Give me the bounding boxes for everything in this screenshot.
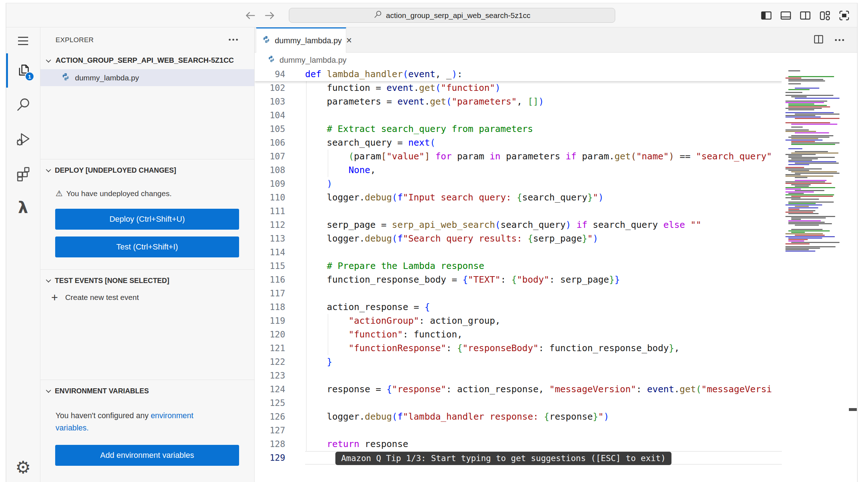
add-env-vars-button[interactable]: Add environment variables bbox=[55, 445, 239, 466]
create-test-event-button[interactable]: + Create new test event bbox=[40, 291, 254, 304]
indent-guide bbox=[306, 287, 307, 300]
code-line-114[interactable]: 114 bbox=[255, 246, 782, 259]
code-line-content bbox=[305, 287, 782, 300]
indent-guide bbox=[306, 191, 307, 204]
toggle-full-screen-icon[interactable] bbox=[838, 10, 850, 21]
code-line-128[interactable]: 128 return response bbox=[255, 437, 782, 451]
minimap-line bbox=[785, 243, 810, 244]
code-line-105[interactable]: 105 # Extract search_query from paramete… bbox=[255, 122, 782, 136]
code-line-125[interactable]: 125 bbox=[255, 396, 782, 410]
code-line-content: response = {"response": action_response,… bbox=[305, 382, 782, 396]
code-line-124[interactable]: 124 response = {"response": action_respo… bbox=[255, 382, 782, 396]
code-line-103[interactable]: 103 parameters = event.get("parameters",… bbox=[255, 95, 782, 109]
minimap-line bbox=[785, 122, 830, 123]
aws-lambda-view-icon[interactable]: λ bbox=[6, 190, 40, 225]
line-number: 110 bbox=[255, 191, 285, 204]
line-number: 106 bbox=[255, 136, 285, 150]
search-view-icon[interactable] bbox=[6, 88, 40, 122]
explorer-more-actions-icon[interactable] bbox=[228, 35, 238, 43]
run-and-debug-view-icon[interactable] bbox=[6, 122, 40, 156]
minimap-line bbox=[788, 193, 804, 194]
minimap-line bbox=[788, 105, 827, 106]
tab-dummy-lambda[interactable]: dummy_lambda.py × bbox=[256, 27, 346, 53]
indent-guide bbox=[328, 328, 328, 341]
test-button[interactable]: Test (Ctrl+Shift+I) bbox=[55, 236, 239, 257]
navigate-forward-icon[interactable] bbox=[264, 9, 276, 22]
file-row-dummy-lambda[interactable]: dummy_lambda.py bbox=[40, 69, 254, 86]
menu-icon[interactable] bbox=[6, 32, 40, 50]
line-number: 115 bbox=[255, 259, 285, 273]
minimap-line bbox=[791, 219, 801, 220]
code-line-122[interactable]: 122 } bbox=[255, 355, 782, 369]
search-value: action_group_serp_api_web_search-5z1cc bbox=[386, 11, 530, 20]
line-number: 117 bbox=[255, 287, 285, 300]
split-editor-icon[interactable] bbox=[813, 34, 824, 46]
explorer-sidebar: EXPLORER ACTION_GROUP_SERP_API_WEB_SEARC… bbox=[40, 27, 255, 482]
overview-ruler[interactable] bbox=[849, 67, 858, 482]
extensions-view-icon[interactable] bbox=[6, 156, 40, 190]
code-line-123[interactable]: 123 bbox=[255, 369, 782, 382]
navigate-back-icon[interactable] bbox=[244, 9, 256, 22]
indent-guide bbox=[306, 246, 307, 259]
code-line-120[interactable]: 120 "function": function, bbox=[255, 328, 782, 341]
minimap-line bbox=[795, 180, 827, 181]
minimap-line bbox=[791, 124, 837, 125]
code-line-126[interactable]: 126 logger.debug(f"lambda_handler respon… bbox=[255, 410, 782, 424]
code-line-content: logger.debug(f"Input search query: {sear… bbox=[305, 191, 782, 204]
code-line-115[interactable]: 115 # Prepare the Lambda response bbox=[255, 259, 782, 273]
test-events-section-header[interactable]: TEST EVENTS [NONE SELECTED] bbox=[40, 270, 254, 286]
command-center-search[interactable]: action_group_serp_api_web_search-5z1cc bbox=[289, 8, 615, 23]
code-line-106[interactable]: 106 search_query = next( bbox=[255, 136, 782, 150]
minimap[interactable] bbox=[782, 67, 849, 482]
code-line-119[interactable]: 119 "actionGroup": action_group, bbox=[255, 314, 782, 328]
line-number: 114 bbox=[255, 246, 285, 259]
minimap-line bbox=[788, 209, 799, 210]
code-line-107[interactable]: 107 (param["value"] for param in paramet… bbox=[255, 150, 782, 163]
minimap-line bbox=[788, 80, 825, 81]
code-line-112[interactable]: 112 serp_page = serp_api_web_search(sear… bbox=[255, 218, 782, 232]
customize-layout-icon[interactable] bbox=[819, 10, 830, 21]
indent-guide bbox=[328, 314, 328, 328]
breadcrumb[interactable]: dummy_lambda.py bbox=[255, 53, 857, 67]
code-line-127[interactable]: 127 bbox=[255, 424, 782, 437]
indent-guide bbox=[306, 382, 307, 396]
code-line-content: (param["value"] for param in parameters … bbox=[305, 150, 782, 163]
code-line-109[interactable]: 109 ) bbox=[255, 177, 782, 191]
minimap-line bbox=[785, 102, 824, 103]
code-line-content: "actionGroup": action_group, bbox=[305, 314, 782, 328]
code-editor[interactable]: 94def lambda_handler(event, _):102 funct… bbox=[255, 67, 782, 482]
minimap-line bbox=[785, 189, 801, 190]
code-line-content: # Prepare the Lambda response bbox=[305, 259, 782, 273]
sticky-code-line-94[interactable]: 94def lambda_handler(event, _): bbox=[255, 67, 782, 81]
minimap-line bbox=[785, 236, 835, 237]
toggle-panel-icon[interactable] bbox=[780, 10, 792, 21]
minimap-line bbox=[795, 177, 807, 178]
line-number: 128 bbox=[255, 437, 285, 451]
deploy-button[interactable]: Deploy (Ctrl+Shift+U) bbox=[55, 209, 239, 230]
toggle-primary-sidebar-icon[interactable] bbox=[761, 10, 772, 21]
line-number: 107 bbox=[255, 150, 285, 163]
env-vars-section-header[interactable]: ENVIRONMENT VARIABLES bbox=[40, 380, 254, 397]
code-line-108[interactable]: 108 None, bbox=[255, 163, 782, 177]
line-number: 121 bbox=[255, 341, 285, 355]
minimap-line bbox=[795, 118, 840, 119]
minimap-line bbox=[785, 204, 822, 205]
code-line-104[interactable]: 104 bbox=[255, 109, 782, 122]
tab-close-icon[interactable]: × bbox=[346, 36, 352, 45]
code-line-121[interactable]: 121 "functionResponse": {"responseBody":… bbox=[255, 341, 782, 355]
workspace-folder-row[interactable]: ACTION_GROUP_SERP_API_WEB_SEARCH-5Z1CC bbox=[40, 54, 254, 66]
editor-more-actions-icon[interactable] bbox=[834, 37, 845, 43]
explorer-view-icon[interactable]: 1 bbox=[6, 53, 40, 88]
code-line-110[interactable]: 110 logger.debug(f"Input search query: {… bbox=[255, 191, 782, 204]
code-line-102[interactable]: 102 function = event.get("function") bbox=[255, 81, 782, 95]
code-line-113[interactable]: 113 logger.debug(f"Search query results:… bbox=[255, 232, 782, 246]
code-line-111[interactable]: 111 bbox=[255, 204, 782, 218]
deploy-section-header[interactable]: DEPLOY [UNDEPLOYED CHANGES] bbox=[40, 159, 254, 176]
app-window: action_group_serp_api_web_search-5z1cc bbox=[6, 3, 858, 482]
settings-gear-icon[interactable]: ⚙ bbox=[6, 450, 40, 482]
code-line-118[interactable]: 118 action_response = { bbox=[255, 300, 782, 314]
toggle-secondary-sidebar-icon[interactable] bbox=[799, 10, 811, 21]
code-line-116[interactable]: 116 function_response_body = {"TEXT": {"… bbox=[255, 273, 782, 287]
code-line-117[interactable]: 117 bbox=[255, 287, 782, 300]
minimap-line bbox=[788, 70, 800, 71]
